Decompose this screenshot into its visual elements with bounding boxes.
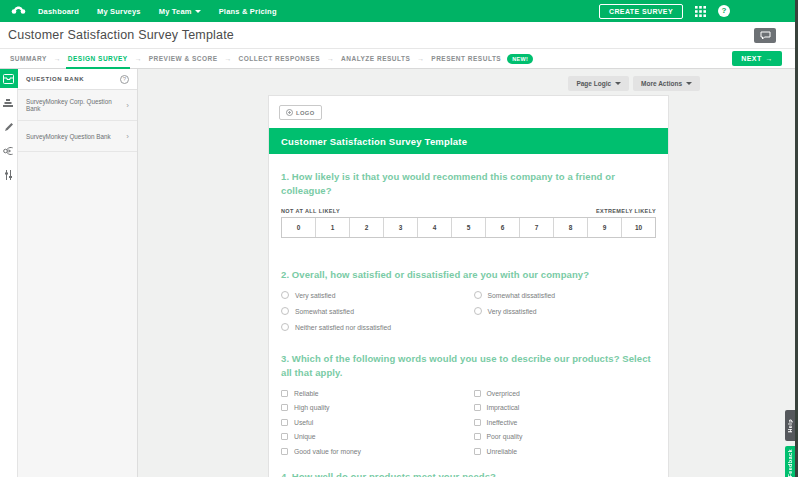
- nps-scale: 0 1 2 3 4 5 6 7 8 9 10: [281, 217, 656, 238]
- nps-cell-8[interactable]: 8: [553, 218, 587, 237]
- new-badge: NEW!: [507, 54, 533, 64]
- feedback-side-tab[interactable]: Feedback: [785, 446, 795, 477]
- arrow-right-icon: →: [766, 55, 773, 62]
- checkbox-option[interactable]: High quality: [281, 400, 464, 415]
- create-survey-button[interactable]: CREATE SURVEY: [599, 4, 683, 19]
- question-2-title: 2. Overall, how satisfied or dissatisfie…: [281, 268, 656, 282]
- checkbox-icon[interactable]: [281, 419, 288, 426]
- apps-grid-icon[interactable]: [695, 6, 706, 17]
- surveymonkey-logo-icon[interactable]: [8, 3, 28, 19]
- builder-icon[interactable]: [0, 93, 18, 112]
- plus-circle-icon: [286, 109, 293, 116]
- more-actions-button[interactable]: More Actions: [633, 76, 700, 91]
- checkbox-option[interactable]: Good value for money: [281, 444, 464, 459]
- survey-title: Customer Satisfaction Survey Template: [281, 136, 467, 147]
- checkbox-option[interactable]: Useful: [281, 415, 464, 430]
- tab-present-results[interactable]: PRESENT RESULTS: [429, 49, 503, 68]
- tab-analyze-results[interactable]: ANALYZE RESULTS: [339, 49, 412, 68]
- radio-option[interactable]: Somewhat satisfied: [281, 303, 464, 319]
- nps-cell-9[interactable]: 9: [587, 218, 621, 237]
- radio-icon[interactable]: [281, 323, 289, 331]
- checkbox-icon[interactable]: [281, 433, 288, 440]
- radio-icon[interactable]: [474, 307, 482, 315]
- checkbox-option[interactable]: Poor quality: [474, 429, 657, 444]
- question-3-title: 3. Which of the following words would yo…: [281, 352, 656, 380]
- chevron-right-icon: ›: [126, 132, 129, 141]
- canvas-toolbar: Page Logic More Actions: [568, 76, 700, 91]
- nav-my-team[interactable]: My Team: [159, 7, 201, 16]
- nps-cell-6[interactable]: 6: [485, 218, 519, 237]
- question-bank-panel: QUESTION BANK ? SurveyMonkey Corp. Quest…: [18, 69, 138, 477]
- tab-preview-score[interactable]: PREVIEW & SCORE: [147, 49, 220, 68]
- checkbox-option[interactable]: Unreliable: [474, 444, 657, 459]
- question-1[interactable]: 1. How likely is it that you would recom…: [269, 170, 668, 238]
- checkbox-option[interactable]: Overpriced: [474, 386, 657, 401]
- nps-cell-4[interactable]: 4: [417, 218, 451, 237]
- nps-cell-1[interactable]: 1: [315, 218, 349, 237]
- panel-help-icon[interactable]: ?: [120, 75, 129, 84]
- checkbox-option[interactable]: Ineffective: [474, 415, 657, 430]
- nav-my-surveys[interactable]: My Surveys: [97, 7, 141, 16]
- tab-design-survey[interactable]: DESIGN SURVEY: [66, 49, 130, 68]
- checkbox-option[interactable]: Reliable: [281, 386, 464, 401]
- checkbox-icon[interactable]: [281, 448, 288, 455]
- style-pencil-icon[interactable]: [0, 117, 18, 136]
- panel-title: QUESTION BANK: [26, 76, 84, 82]
- help-icon[interactable]: ?: [718, 5, 730, 17]
- tab-separator: →: [135, 55, 142, 62]
- checkbox-option[interactable]: Impractical: [474, 400, 657, 415]
- nps-cell-7[interactable]: 7: [519, 218, 553, 237]
- nps-cell-3[interactable]: 3: [383, 218, 417, 237]
- nav-dashboard[interactable]: Dashboard: [38, 7, 79, 16]
- radio-option[interactable]: Very dissatisfied: [474, 303, 657, 319]
- question-2[interactable]: 2. Overall, how satisfied or dissatisfie…: [269, 268, 668, 336]
- radio-icon[interactable]: [474, 291, 482, 299]
- add-logo-button[interactable]: LOGO: [279, 105, 322, 120]
- page-title: Customer Satisfaction Survey Template: [8, 28, 234, 42]
- workflow-tabbar: SUMMARY → DESIGN SURVEY → PREVIEW & SCOR…: [0, 49, 798, 69]
- sidebar-item-sm-question-bank[interactable]: SurveyMonkey Question Bank ›: [18, 121, 137, 152]
- checkbox-icon[interactable]: [474, 404, 481, 411]
- sidebar-item-corp-question-bank[interactable]: SurveyMonkey Corp. Question Bank ›: [18, 90, 137, 121]
- top-nav: Dashboard My Surveys My Team Plans & Pri…: [0, 0, 798, 22]
- scale-left-label: NOT AT ALL LIKELY: [281, 208, 340, 214]
- logic-branch-icon[interactable]: [0, 141, 18, 160]
- radio-option[interactable]: Very satisfied: [281, 287, 464, 303]
- checkbox-option[interactable]: Unique: [281, 429, 464, 444]
- checkbox-icon[interactable]: [281, 404, 288, 411]
- left-icon-strip: [0, 69, 18, 477]
- tab-separator: →: [54, 55, 61, 62]
- next-button[interactable]: NEXT→: [732, 51, 782, 66]
- survey-title-banner[interactable]: Customer Satisfaction Survey Template: [269, 128, 668, 154]
- checkbox-icon[interactable]: [474, 433, 481, 440]
- checkbox-icon[interactable]: [474, 448, 481, 455]
- tab-summary[interactable]: SUMMARY: [8, 49, 49, 68]
- tab-collect-responses[interactable]: COLLECT RESPONSES: [237, 49, 322, 68]
- nps-cell-2[interactable]: 2: [349, 218, 383, 237]
- question-bank-icon[interactable]: [0, 69, 18, 88]
- nav-plans-pricing[interactable]: Plans & Pricing: [219, 7, 277, 16]
- survey-canvas: LOGO Customer Satisfaction Survey Templa…: [268, 95, 669, 477]
- question-4-title: 4. How well do our products meet your ne…: [281, 470, 656, 477]
- nps-cell-10[interactable]: 10: [621, 218, 655, 237]
- help-side-tab[interactable]: Help: [785, 410, 795, 441]
- radio-option[interactable]: Neither satisfied nor dissatisfied: [281, 319, 464, 335]
- title-bar: Customer Satisfaction Survey Template: [0, 22, 798, 49]
- chevron-down-icon: [686, 82, 692, 85]
- question-4[interactable]: 4. How well do our products meet your ne…: [269, 470, 668, 477]
- radio-icon[interactable]: [281, 307, 289, 315]
- comments-bubble-button[interactable]: [754, 28, 776, 43]
- page-logic-button[interactable]: Page Logic: [568, 76, 629, 91]
- nps-cell-5[interactable]: 5: [451, 218, 485, 237]
- radio-option[interactable]: Somewhat dissatisfied: [474, 287, 657, 303]
- nps-cell-0[interactable]: 0: [282, 218, 315, 237]
- tab-separator: →: [327, 55, 334, 62]
- scale-right-label: EXTREMELY LIKELY: [596, 208, 656, 214]
- checkbox-icon[interactable]: [474, 390, 481, 397]
- chevron-down-icon: [615, 82, 621, 85]
- options-sliders-icon[interactable]: [0, 165, 18, 184]
- checkbox-icon[interactable]: [281, 390, 288, 397]
- checkbox-icon[interactable]: [474, 419, 481, 426]
- question-3[interactable]: 3. Which of the following words would yo…: [269, 352, 668, 458]
- radio-icon[interactable]: [281, 291, 289, 299]
